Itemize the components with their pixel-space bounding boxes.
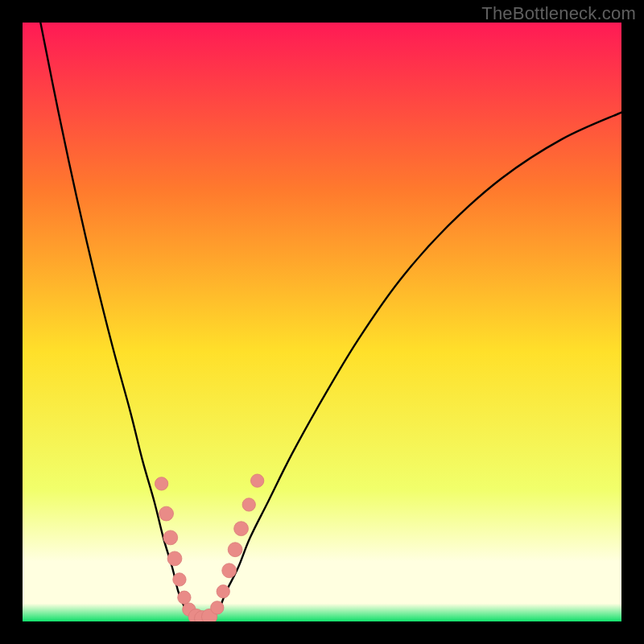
watermark-text: TheBottleneck.com (481, 3, 636, 24)
data-marker (173, 573, 186, 586)
outer-frame: TheBottleneck.com (0, 0, 644, 644)
data-marker (159, 506, 174, 521)
data-marker (234, 522, 249, 536)
data-marker (250, 474, 263, 487)
data-marker (155, 477, 167, 490)
data-marker (217, 585, 229, 598)
data-marker (178, 591, 191, 604)
data-marker (211, 601, 224, 614)
data-marker (163, 530, 178, 545)
data-marker (167, 551, 182, 566)
chart-canvas (23, 23, 621, 621)
data-marker (242, 498, 255, 511)
data-marker (222, 564, 237, 578)
data-marker (228, 543, 242, 557)
gradient-background (23, 23, 621, 621)
plot-area (23, 23, 621, 621)
